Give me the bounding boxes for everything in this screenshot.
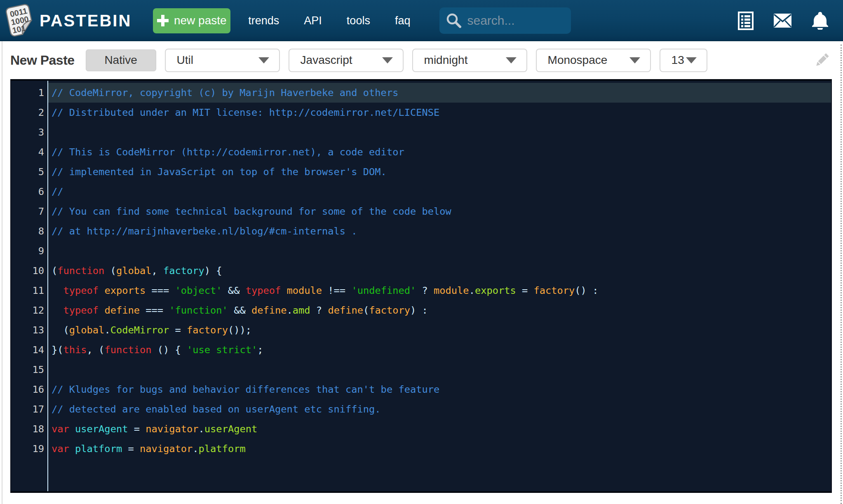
code-line[interactable]: var platform = navigator.platform (48, 439, 831, 459)
pastebin-logo[interactable]: 0011 1000 101 PASTEBIN (3, 2, 131, 39)
code-token: typeof (63, 285, 99, 296)
native-button[interactable]: Native (86, 49, 156, 71)
news-list-icon[interactable] (738, 12, 754, 30)
code-line[interactable]: // Kludges for bugs and behavior differe… (48, 380, 831, 399)
code-token: function (57, 265, 104, 277)
theme-select-value: midnight (424, 54, 468, 67)
pencil-icon[interactable] (813, 52, 830, 69)
code-token: // This is CodeMirror (http://codemirror… (52, 146, 404, 158)
code-token: // at http://marijnhaverbeke.nl/blog/#cm… (52, 225, 357, 237)
code-token: // You can find some technical backgroun… (52, 206, 451, 217)
code-token: !== (322, 285, 351, 296)
code-token: factory (187, 324, 228, 336)
font-select[interactable]: Monospace (536, 49, 651, 72)
code-line[interactable]: }(this, (function () { 'use strict'; (48, 340, 831, 360)
nav-links: trends API tools faq (236, 0, 423, 41)
code-token: define (251, 305, 287, 316)
line-number: 11 (11, 281, 47, 300)
code-token (99, 305, 104, 316)
code-token: = (122, 443, 140, 455)
code-token: navigator (146, 423, 198, 435)
code-line[interactable]: (global.CodeMirror = factory()); (48, 320, 831, 340)
new-paste-button[interactable]: new paste (153, 8, 230, 33)
code-line[interactable]: // implemented in JavaScript on top of t… (48, 162, 831, 182)
code-token (69, 423, 75, 435)
code-line[interactable]: var userAgent = navigator.userAgent (48, 419, 831, 439)
code-line[interactable] (48, 122, 831, 142)
category-select-value: Util (177, 54, 193, 67)
chevron-down-icon (629, 57, 640, 63)
search-input[interactable] (467, 14, 562, 28)
code-token: = (516, 285, 534, 296)
nav-link-faq[interactable]: faq (383, 0, 423, 41)
nav-link-api[interactable]: API (291, 0, 334, 41)
font-select-value: Monospace (548, 54, 608, 67)
code-line[interactable] (48, 241, 831, 261)
code-token: === (140, 305, 169, 316)
editor-gutter: 12345678910111213141516171819 (11, 81, 48, 491)
code-token: ( (363, 305, 369, 316)
editor-code[interactable]: // CodeMirror, copyright (c) by Marijn H… (48, 81, 831, 491)
code-token: // CodeMirror, copyright (c) by Marijn H… (52, 87, 398, 98)
code-token: . (287, 305, 293, 316)
code-token: module (434, 285, 469, 296)
category-select[interactable]: Util (165, 49, 280, 72)
mail-icon[interactable] (774, 14, 791, 28)
line-number: 8 (11, 221, 47, 241)
pastebin-logo-icon: 0011 1000 101 (3, 2, 36, 39)
code-token: , (151, 265, 163, 277)
line-number: 6 (11, 182, 47, 202)
code-line[interactable]: (function (global, factory) { (48, 261, 831, 281)
code-token: 'object' (175, 285, 222, 296)
code-line[interactable] (48, 360, 831, 380)
navbar-right-icons (738, 12, 829, 30)
code-token (52, 285, 63, 296)
code-line[interactable]: // This is CodeMirror (http://codemirror… (48, 142, 831, 162)
code-token: var (52, 443, 69, 455)
code-token: global (69, 324, 105, 336)
code-token: }( (52, 344, 63, 356)
code-line[interactable]: typeof define === 'function' && define.a… (48, 300, 831, 320)
line-number: 19 (11, 439, 47, 459)
code-line[interactable]: // Distributed under an MIT license: htt… (48, 103, 831, 122)
bell-icon[interactable] (812, 12, 829, 30)
line-number: 9 (11, 241, 47, 261)
edit-pencil-wrap (813, 52, 830, 68)
line-number: 7 (11, 202, 47, 221)
line-number: 15 (11, 360, 47, 380)
line-number: 4 (11, 142, 47, 162)
code-token: factory (163, 265, 204, 277)
code-token: && (228, 305, 251, 316)
chevron-down-icon (258, 57, 269, 63)
search-box[interactable] (439, 7, 571, 34)
code-line[interactable]: // You can find some technical backgroun… (48, 202, 831, 221)
code-editor[interactable]: 12345678910111213141516171819 // CodeMir… (10, 79, 832, 493)
code-token: . (469, 285, 475, 296)
nav-link-trends[interactable]: trends (236, 0, 291, 41)
code-line[interactable]: // CodeMirror, copyright (c) by Marijn H… (48, 83, 831, 103)
code-token: this (63, 344, 87, 356)
font-size-select-value: 13 (672, 54, 684, 67)
syntax-select[interactable]: Javascript (289, 49, 404, 72)
line-number: 12 (11, 300, 47, 320)
code-line[interactable]: typeof exports === 'object' && typeof mo… (48, 281, 831, 300)
code-line[interactable]: // at http://marijnhaverbeke.nl/blog/#cm… (48, 221, 831, 241)
code-line[interactable]: // detected are enabled based on userAge… (48, 399, 831, 419)
nav-link-tools[interactable]: tools (334, 0, 383, 41)
code-token: () : (575, 285, 598, 296)
page-left-edge (2, 41, 2, 504)
code-token: ( (52, 265, 57, 277)
code-token: exports (104, 285, 146, 296)
code-token: . (193, 443, 198, 455)
code-token: && (222, 285, 246, 296)
line-number: 18 (11, 419, 47, 439)
syntax-select-value: Javascript (301, 54, 352, 67)
theme-select[interactable]: midnight (412, 49, 527, 72)
code-token: () { (151, 344, 187, 356)
font-size-select[interactable]: 13 (660, 49, 707, 72)
code-line[interactable]: // (48, 182, 831, 202)
code-token: amd (293, 305, 310, 316)
code-token: CodeMirror (110, 324, 169, 336)
code-token: platform (75, 443, 122, 455)
code-token: = (169, 324, 187, 336)
